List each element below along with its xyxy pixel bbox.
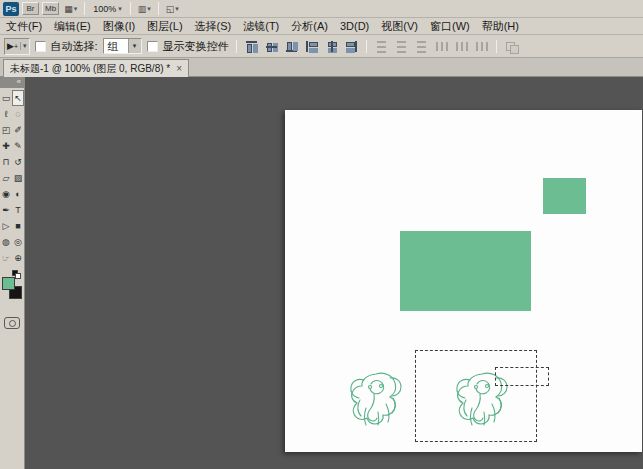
arrange-documents-dropdown[interactable]: ▦ ▾ <box>62 2 79 16</box>
small-green-square-shape <box>543 178 586 214</box>
separator <box>158 2 159 15</box>
rectangle-shape-tool[interactable]: ■ <box>12 218 24 234</box>
application-bar: Ps Br Mb ▦ ▾ 100% ▾ ▥ ▾ ◱ ▾ <box>0 0 643 18</box>
small-selection-marquee <box>495 367 549 386</box>
eyedropper-tool[interactable]: ✐ <box>12 122 24 138</box>
document-tab-title: 未标题-1 @ 100% (图层 0, RGB/8) * <box>10 62 170 76</box>
type-tool[interactable]: T <box>12 202 24 218</box>
tool-preset-picker[interactable]: ▶ + ▾ <box>4 38 30 55</box>
view-extras-dropdown[interactable]: ▥ ▾ <box>136 2 153 16</box>
close-icon[interactable]: × <box>176 63 182 74</box>
menu-item-analysis[interactable]: 分析(A) <box>285 18 334 35</box>
document-tab-strip: 未标题-1 @ 100% (图层 0, RGB/8) * × <box>0 58 643 77</box>
tools-grid: ▭ ↖ ℓ ◌ ◰ ✐ ✚ ✎ ⊓ ↺ ▱ ▨ ◉ ◐ ✒ T ▷ ■ ◍ ◎ … <box>0 90 24 266</box>
menu-item-file[interactable]: 文件(F) <box>0 18 48 35</box>
photoshop-logo: Ps <box>3 2 19 16</box>
auto-align-layers-icon[interactable] <box>504 39 519 54</box>
align-bottom-edges-icon[interactable] <box>284 39 299 54</box>
dodge-tool[interactable]: ◐ <box>12 186 24 202</box>
color-swatches <box>0 270 24 304</box>
menu-item-filter[interactable]: 滤镜(T) <box>237 18 285 35</box>
gradient-tool[interactable]: ▨ <box>12 170 24 186</box>
separator <box>130 2 131 15</box>
foreground-color-swatch[interactable] <box>2 277 15 290</box>
large-green-rect-shape <box>400 231 531 311</box>
hand-tool[interactable]: ☞ <box>0 250 12 266</box>
menu-item-window[interactable]: 窗口(W) <box>424 18 476 35</box>
blur-tool[interactable]: ◉ <box>0 186 12 202</box>
show-transform-controls-checkbox[interactable] <box>147 41 158 52</box>
menu-item-help[interactable]: 帮助(H) <box>476 18 525 35</box>
show-transform-controls-label: 显示变换控件 <box>163 39 229 54</box>
align-horizontal-centers-icon[interactable] <box>324 39 339 54</box>
eraser-tool[interactable]: ▱ <box>0 170 12 186</box>
menu-item-3d[interactable]: 3D(D) <box>334 18 375 35</box>
menu-item-select[interactable]: 选择(S) <box>189 18 238 35</box>
separator <box>496 40 497 53</box>
align-right-edges-icon[interactable] <box>344 39 359 54</box>
align-left-edges-icon[interactable] <box>304 39 319 54</box>
chevron-down-icon: ▾ <box>128 39 141 53</box>
auto-select-checkbox[interactable] <box>35 41 46 52</box>
move-tool[interactable]: ↖ <box>12 90 24 106</box>
zoom-tool[interactable]: ⊕ <box>12 250 24 266</box>
document-canvas[interactable] <box>285 110 642 452</box>
zoom-level-value: 100% <box>93 4 116 14</box>
menu-item-view[interactable]: 视图(V) <box>375 18 424 35</box>
move-tool-icon: ▶ <box>7 41 14 51</box>
screen-mode-icon: ◱ <box>166 4 175 14</box>
chevron-down-icon: ▾ <box>147 5 151 13</box>
tools-panel: « ▭ ↖ ℓ ◌ ◰ ✐ ✚ ✎ ⊓ ↺ ▱ ▨ ◉ ◐ ✒ T ▷ ■ ◍ … <box>0 77 25 469</box>
quick-mask-mode-button[interactable] <box>4 317 20 329</box>
auto-select-label: 自动选择: <box>51 39 98 54</box>
distribute-left-edges-icon[interactable] <box>434 39 449 54</box>
bridge-button[interactable]: Br <box>22 2 39 15</box>
separator <box>236 40 237 53</box>
collapse-panel-button[interactable]: « <box>0 77 24 88</box>
view-extras-icon: ▥ <box>138 4 147 14</box>
menu-item-edit[interactable]: 编辑(E) <box>48 18 97 35</box>
align-top-edges-icon[interactable] <box>244 39 259 54</box>
auto-select-target-value: 组 <box>104 39 128 54</box>
sketch-drawing-left <box>340 360 412 438</box>
brush-tool[interactable]: ✎ <box>12 138 24 154</box>
arrange-documents-icon: ▦ <box>64 4 73 14</box>
quick-mask-icon <box>9 320 16 327</box>
3d-orbit-tool[interactable]: ◎ <box>12 234 24 250</box>
menu-bar: 文件(F) 编辑(E) 图像(I) 图层(L) 选择(S) 滤镜(T) 分析(A… <box>0 18 643 35</box>
distribute-bottom-edges-icon[interactable] <box>414 39 429 54</box>
chevron-down-icon: ▾ <box>175 5 179 13</box>
history-brush-tool[interactable]: ↺ <box>12 154 24 170</box>
clone-stamp-tool[interactable]: ⊓ <box>0 154 12 170</box>
menu-item-image[interactable]: 图像(I) <box>97 18 141 35</box>
align-vertical-centers-icon[interactable] <box>264 39 279 54</box>
tool-options-bar: ▶ + ▾ 自动选择: 组 ▾ 显示变换控件 <box>0 35 643 58</box>
lasso-tool[interactable]: ℓ <box>0 106 12 122</box>
separator <box>366 40 367 53</box>
quick-selection-tool[interactable]: ◌ <box>12 106 24 122</box>
3d-rotate-tool[interactable]: ◍ <box>0 234 12 250</box>
distribute-horizontal-centers-icon[interactable] <box>454 39 469 54</box>
selection-marquee <box>415 350 537 442</box>
distribute-vertical-centers-icon[interactable] <box>394 39 409 54</box>
chevron-down-icon: ▾ <box>74 5 78 13</box>
canvas-workspace <box>25 77 643 469</box>
plus-icon: + <box>14 43 18 50</box>
rectangular-marquee-tool[interactable]: ▭ <box>0 90 12 106</box>
chevron-down-icon: ▾ <box>20 42 27 50</box>
photoshop-window: Ps Br Mb ▦ ▾ 100% ▾ ▥ ▾ ◱ ▾ 文件(F) 编辑(E) … <box>0 0 643 469</box>
crop-tool[interactable]: ◰ <box>0 122 12 138</box>
chevron-down-icon: ▾ <box>118 5 122 13</box>
document-tab[interactable]: 未标题-1 @ 100% (图层 0, RGB/8) * × <box>3 59 189 77</box>
separator <box>84 2 85 15</box>
distribute-right-edges-icon[interactable] <box>474 39 489 54</box>
pen-tool[interactable]: ✒ <box>0 202 12 218</box>
mini-bridge-button[interactable]: Mb <box>42 2 59 15</box>
path-selection-tool[interactable]: ▷ <box>0 218 12 234</box>
menu-item-layer[interactable]: 图层(L) <box>141 18 188 35</box>
screen-mode-dropdown[interactable]: ◱ ▾ <box>164 2 181 16</box>
auto-select-target-dropdown[interactable]: 组 ▾ <box>103 38 142 54</box>
spot-healing-brush-tool[interactable]: ✚ <box>0 138 12 154</box>
distribute-top-edges-icon[interactable] <box>374 39 389 54</box>
zoom-level-dropdown[interactable]: 100% ▾ <box>90 4 125 14</box>
